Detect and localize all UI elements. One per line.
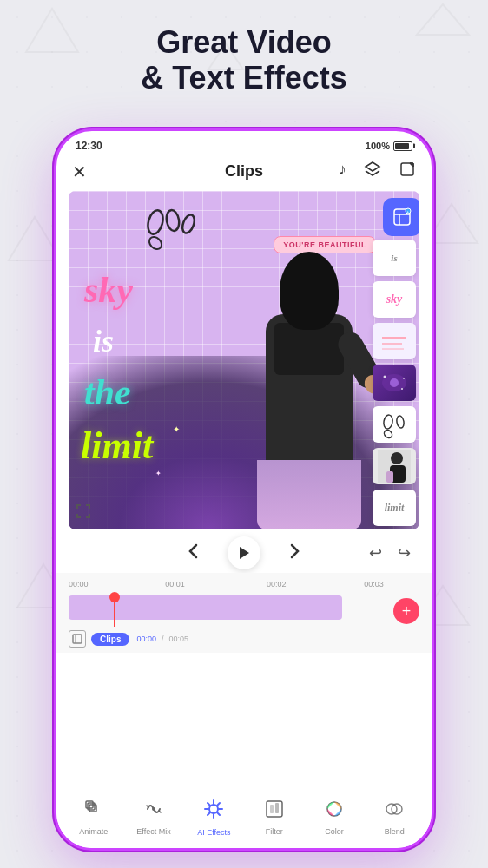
nav-animate[interactable]: Animate (63, 799, 123, 836)
clip-thumb-galaxy[interactable] (373, 365, 416, 401)
clip-thumb-limit[interactable]: limit (373, 490, 416, 526)
canvas-text-limit: limit (81, 424, 153, 468)
svg-line-48 (208, 803, 210, 806)
music-icon[interactable]: ♪ (339, 161, 346, 182)
person-thumb-svg (378, 450, 411, 483)
playhead-dot (109, 592, 120, 602)
svg-point-33 (391, 452, 403, 464)
toolbar-title: Clips (225, 162, 263, 181)
animate-label: Animate (79, 827, 108, 836)
sticker-bubble: YOU'RE BEAUTIFUL (274, 236, 376, 253)
sparkle-3: ✦ (155, 470, 162, 477)
duration-separator: / (162, 635, 164, 643)
ai-effects-canvas-button[interactable]: + (383, 198, 419, 236)
svg-point-15 (147, 234, 164, 252)
svg-point-14 (181, 214, 197, 235)
play-button[interactable] (228, 536, 260, 569)
svg-point-42 (152, 807, 155, 811)
timeline-add-button[interactable]: + (393, 598, 419, 624)
export-icon[interactable] (399, 161, 416, 182)
effect-mix-icon (143, 799, 164, 825)
ts-2: 00:02 (267, 580, 287, 589)
galaxy-thumb-svg (378, 366, 411, 399)
clip-icon-svg (72, 634, 82, 644)
clip-thumb-doodles[interactable] (373, 406, 416, 443)
person-hair (280, 252, 339, 330)
svg-marker-7 (366, 162, 379, 171)
clip-thumb-sky[interactable]: sky (373, 281, 416, 318)
svg-point-31 (383, 429, 394, 440)
svg-point-13 (165, 209, 181, 232)
nav-ai-effects[interactable]: AI Effects (184, 798, 244, 837)
color-label: Color (325, 827, 344, 836)
nav-color[interactable]: Color (304, 799, 364, 836)
status-battery-area: 100% (366, 141, 412, 151)
svg-rect-54 (275, 803, 279, 813)
prev-button[interactable] (184, 542, 203, 565)
shirt-graphic (274, 323, 344, 375)
filter-label: Filter (266, 827, 283, 836)
canvas-text-is: is (93, 323, 114, 359)
current-time-label: 00:00 (136, 635, 156, 643)
svg-line-49 (218, 812, 221, 815)
nav-blend[interactable]: Blend (365, 799, 425, 836)
filter-icon (264, 799, 285, 825)
svg-marker-2 (9, 217, 61, 260)
canvas-text-sky: sky (84, 269, 133, 311)
page-header: Great Video & Text Effects (0, 24, 488, 96)
effect-mix-label: Effect Mix (136, 827, 170, 836)
battery-percent: 100% (366, 141, 390, 151)
svg-marker-36 (240, 547, 249, 559)
canvas-text-the: the (84, 372, 131, 413)
timeline-ruler: 00:00 00:01 00:02 00:03 (56, 576, 432, 592)
layers-icon[interactable] (364, 161, 381, 182)
right-clip-panel: is sky (369, 191, 419, 529)
redo-button[interactable]: ↪ (398, 543, 411, 562)
phone-frame: 12:30 100% ✕ Clips ♪ (54, 128, 434, 851)
header-line2: & Text Effects (0, 60, 488, 95)
layers-svg (364, 161, 381, 178)
clip-box-icon (69, 630, 86, 648)
playback-buttons (184, 536, 304, 569)
svg-rect-37 (73, 635, 82, 643)
header-line1: Great Video (0, 24, 488, 60)
fullscreen-button[interactable] (76, 503, 91, 523)
play-icon (238, 546, 250, 560)
bottom-navigation: Animate Effect Mix (56, 786, 432, 848)
doodles-thumb-svg (378, 408, 411, 441)
timeline-track-container: + (69, 595, 419, 627)
nav-effect-mix[interactable]: Effect Mix (123, 799, 183, 836)
undo-redo-area: ↩ ↪ (369, 543, 411, 562)
prev-icon (184, 542, 203, 561)
person-skirt (257, 460, 361, 529)
svg-point-27 (401, 388, 403, 390)
status-time: 12:30 (76, 140, 102, 152)
next-button[interactable] (285, 542, 304, 565)
animate-icon (83, 799, 104, 825)
svg-line-50 (218, 803, 221, 806)
svg-point-28 (403, 378, 405, 379)
clip-thumb-pink[interactable] (373, 323, 416, 359)
clip-thumb-person[interactable] (373, 448, 416, 484)
ai-effects-svg (202, 798, 225, 820)
blend-svg (384, 799, 405, 819)
svg-point-26 (384, 376, 386, 378)
toolbar-actions: ♪ (339, 161, 416, 182)
clips-badge: Clips (91, 633, 129, 646)
effect-mix-svg (143, 799, 164, 819)
timeline-area: 00:00 00:01 00:02 00:03 + Clips 00 (56, 573, 432, 653)
person-figure (246, 252, 372, 529)
battery-icon (393, 141, 412, 151)
undo-button[interactable]: ↩ (369, 543, 382, 562)
close-button[interactable]: ✕ (72, 161, 87, 182)
svg-rect-35 (386, 471, 393, 483)
doodles-svg (138, 205, 208, 257)
nav-filter[interactable]: Filter (244, 799, 304, 836)
playback-controls: ↩ ↪ (56, 529, 432, 573)
pink-lines-svg (378, 325, 411, 358)
video-canvas: ✦ ✦ ✦ sky is the limit (69, 191, 419, 529)
blend-icon (384, 799, 405, 825)
svg-point-29 (383, 414, 394, 429)
clip-thumb-is[interactable]: is (373, 240, 416, 276)
svg-point-25 (390, 378, 399, 387)
